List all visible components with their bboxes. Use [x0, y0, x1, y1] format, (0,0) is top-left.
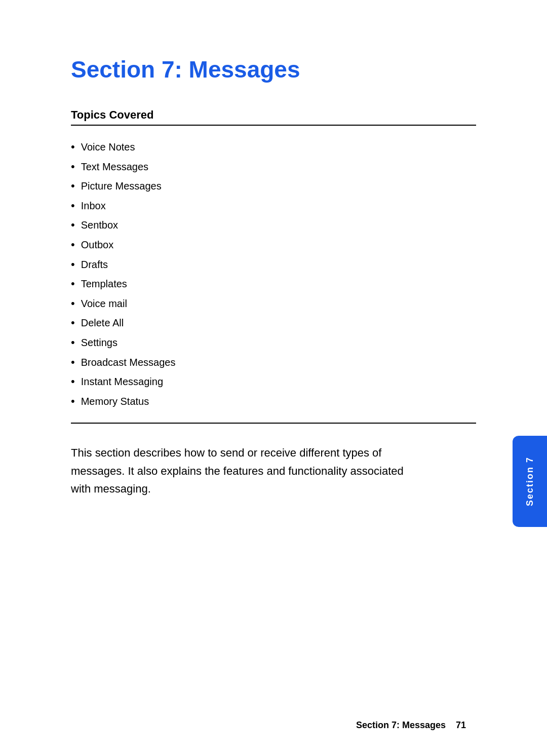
list-item: •Settings — [71, 335, 476, 350]
list-item: •Text Messages — [71, 160, 476, 174]
section-title: Section 7: Messages — [71, 56, 476, 83]
list-item-text: Templates — [81, 277, 127, 291]
bullet-icon: • — [71, 277, 75, 291]
list-item: •Memory Status — [71, 394, 476, 409]
list-item: •Outbox — [71, 238, 476, 252]
list-item-text: Outbox — [81, 238, 113, 252]
page-container: Section 7: Messages Topics Covered •Voic… — [0, 0, 547, 756]
list-item: •Inbox — [71, 199, 476, 213]
bullet-icon: • — [71, 160, 75, 174]
bullet-icon: • — [71, 179, 75, 194]
list-item-text: Delete All — [81, 316, 124, 330]
list-item-text: Settings — [81, 335, 118, 350]
list-item-text: Memory Status — [81, 394, 149, 408]
list-item: •Delete All — [71, 316, 476, 330]
footer: Section 7: Messages 71 — [71, 720, 547, 731]
section-tab-label: Section 7 — [525, 457, 535, 506]
list-item: •Drafts — [71, 257, 476, 272]
list-item: •Instant Messaging — [71, 374, 476, 389]
bullet-icon: • — [71, 374, 75, 389]
list-item-text: Drafts — [81, 257, 108, 272]
list-item-text: Voice mail — [81, 296, 127, 311]
list-item-text: Picture Messages — [81, 179, 162, 193]
list-item-text: Inbox — [81, 199, 106, 213]
list-item-text: Instant Messaging — [81, 374, 163, 389]
section-tab: Section 7 — [513, 436, 547, 527]
footer-page-number: 71 — [456, 720, 466, 731]
list-item-text: Text Messages — [81, 160, 148, 174]
bullet-icon: • — [71, 218, 75, 233]
divider-top — [71, 125, 476, 126]
list-item: •Templates — [71, 277, 476, 291]
bullet-icon: • — [71, 296, 75, 311]
list-item-text: Broadcast Messages — [81, 355, 176, 369]
bullet-icon: • — [71, 238, 75, 252]
bullet-icon: • — [71, 355, 75, 370]
list-item: •Voice Notes — [71, 140, 476, 155]
divider-bottom — [71, 423, 476, 424]
list-item: •Broadcast Messages — [71, 355, 476, 370]
list-item-text: Sentbox — [81, 218, 118, 232]
list-item: •Sentbox — [71, 218, 476, 233]
topics-list: •Voice Notes•Text Messages•Picture Messa… — [71, 140, 476, 408]
list-item: •Picture Messages — [71, 179, 476, 194]
description-text: This section describes how to send or re… — [71, 444, 425, 498]
bullet-icon: • — [71, 199, 75, 213]
list-item-text: Voice Notes — [81, 140, 135, 154]
footer-label: Section 7: Messages — [356, 720, 446, 731]
bullet-icon: • — [71, 257, 75, 272]
bullet-icon: • — [71, 140, 75, 155]
bullet-icon: • — [71, 316, 75, 330]
bullet-icon: • — [71, 394, 75, 409]
bullet-icon: • — [71, 335, 75, 350]
list-item: •Voice mail — [71, 296, 476, 311]
topics-covered-heading: Topics Covered — [71, 108, 476, 122]
